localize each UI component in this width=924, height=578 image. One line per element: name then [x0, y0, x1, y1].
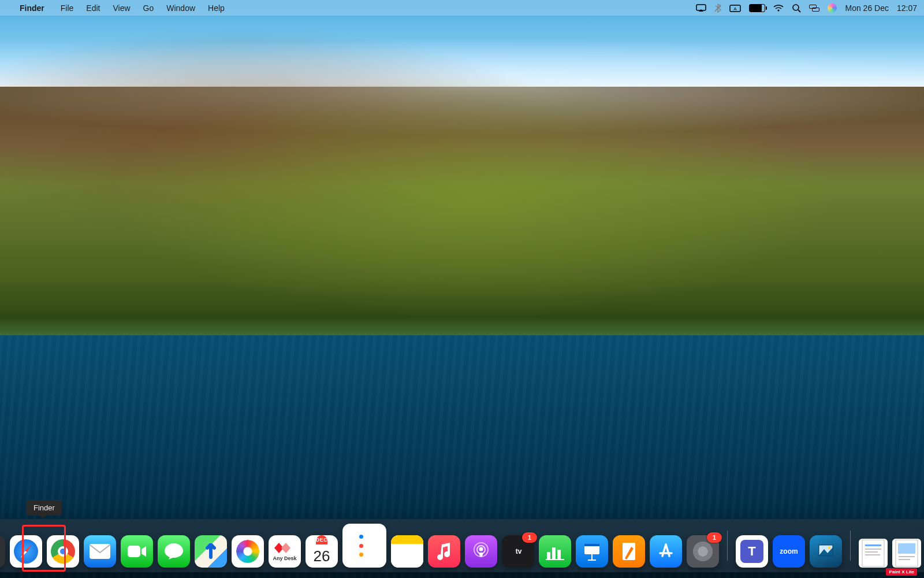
dock-app-podcasts[interactable]: [465, 535, 497, 568]
svg-point-24: [828, 547, 831, 550]
svg-rect-26: [865, 544, 881, 546]
keyboard-icon[interactable]: A: [729, 4, 741, 12]
svg-rect-33: [899, 559, 910, 560]
svg-rect-16: [557, 550, 561, 559]
tv-label: tv: [516, 547, 522, 555]
menu-view[interactable]: View: [107, 2, 136, 14]
dock-recent-doc-1[interactable]: [859, 539, 888, 568]
dock-recent-doc-2[interactable]: [892, 539, 921, 568]
dock-app-numbers[interactable]: [539, 535, 571, 568]
svg-point-5: [793, 5, 799, 10]
dock-app-mail[interactable]: [84, 535, 116, 568]
anydesk-label: Any Desk: [273, 555, 296, 561]
menubar: Finder File Edit View Go Window Help A M…: [0, 0, 924, 16]
dock-app-facetime[interactable]: [121, 535, 153, 568]
dock-separator: [850, 531, 851, 561]
menubar-time[interactable]: 12:07: [897, 3, 917, 13]
svg-rect-28: [865, 551, 878, 553]
svg-rect-9: [90, 544, 110, 559]
dock-app-maps[interactable]: [195, 535, 227, 568]
svg-point-13: [479, 547, 483, 551]
dock-app-messages[interactable]: [158, 535, 190, 568]
dock-app-notes[interactable]: [391, 535, 423, 568]
dock-app-teams[interactable]: T: [736, 535, 768, 568]
dock-separator: [727, 531, 728, 561]
svg-rect-29: [865, 554, 880, 555]
dock-app-zoom[interactable]: zoom: [773, 535, 805, 568]
dock-app-anydesk[interactable]: Any Desk: [269, 535, 301, 568]
siri-icon[interactable]: [828, 3, 837, 13]
dock-app-appstore[interactable]: [650, 535, 682, 568]
calendar-day: 26: [314, 544, 330, 568]
dock-tooltip: Finder: [27, 500, 62, 516]
dock: Any Desk DEC26 tv1 1 T zoom: [0, 519, 924, 572]
svg-rect-15: [552, 547, 556, 559]
menu-window[interactable]: Window: [161, 2, 201, 14]
menu-go[interactable]: Go: [137, 2, 160, 14]
svg-text:A: A: [734, 6, 737, 12]
badge: 1: [707, 532, 722, 543]
badge: 1: [522, 532, 537, 543]
paintx-tag: Paint X Lite: [886, 568, 917, 576]
svg-rect-25: [862, 540, 884, 566]
svg-rect-19: [584, 544, 599, 546]
menu-file[interactable]: File: [55, 2, 80, 14]
desktop-wallpaper[interactable]: [0, 0, 924, 578]
airplay-icon[interactable]: [696, 4, 706, 12]
wifi-icon[interactable]: [773, 4, 784, 12]
menu-edit[interactable]: Edit: [80, 2, 106, 14]
calendar-month: DEC: [316, 535, 328, 544]
dock-app-tv[interactable]: tv1: [502, 535, 534, 568]
svg-rect-27: [865, 549, 881, 550]
dock-app-launchpad[interactable]: [0, 535, 5, 568]
bluetooth-off-icon[interactable]: [714, 3, 721, 13]
spotlight-icon[interactable]: [792, 3, 801, 13]
svg-rect-14: [547, 552, 550, 559]
dock-app-chrome[interactable]: [47, 535, 79, 568]
dock-app-safari[interactable]: [10, 535, 42, 568]
zoom-label: zoom: [780, 547, 798, 555]
menubar-status: A Mon 26 Dec 12:07: [696, 3, 917, 13]
svg-rect-32: [899, 556, 915, 557]
dock-app-pages[interactable]: [613, 535, 645, 568]
dock-app-keynote[interactable]: [576, 535, 608, 568]
dock-app-settings[interactable]: 1: [687, 535, 719, 568]
menubar-date[interactable]: Mon 26 Dec: [845, 3, 888, 13]
dock-app-reminders[interactable]: [342, 524, 386, 568]
svg-point-4: [778, 9, 780, 11]
svg-line-6: [798, 10, 800, 12]
dock-app-photos[interactable]: [232, 535, 264, 568]
svg-rect-10: [128, 546, 140, 557]
dock-app-music[interactable]: [428, 535, 460, 568]
svg-rect-31: [898, 543, 915, 554]
control-center-icon[interactable]: [809, 5, 819, 12]
menu-help[interactable]: Help: [202, 2, 230, 14]
app-menu[interactable]: Finder: [14, 2, 50, 14]
dock-app-paintx[interactable]: [810, 535, 842, 568]
dock-app-calendar[interactable]: DEC26: [305, 535, 338, 568]
battery-icon[interactable]: [749, 4, 765, 12]
